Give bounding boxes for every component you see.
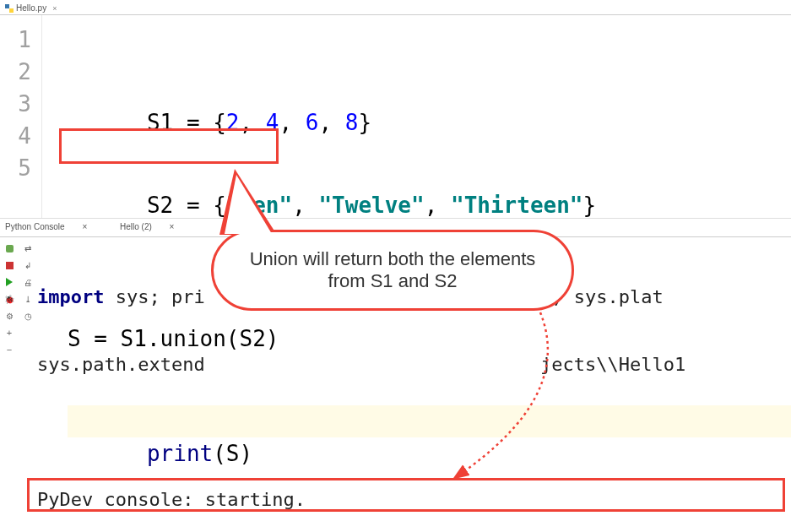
- console-line: sys.path.extend jects\\Hello1: [37, 352, 791, 377]
- scroll-icon[interactable]: ⤓: [22, 293, 34, 305]
- wrap-icon[interactable]: ↲: [22, 259, 34, 271]
- code-editor[interactable]: 1 2 3 4 5 S1 = {2, 4, 6, 8} S2 = {"Ten",…: [0, 15, 791, 218]
- console-toolbar-left: 🐞 ⚙ + −: [0, 237, 19, 516]
- debug-icon[interactable]: 🐞: [3, 293, 15, 305]
- line-number: 4: [0, 120, 31, 152]
- python-file-icon: [5, 4, 14, 13]
- remove-icon[interactable]: −: [3, 344, 15, 356]
- svg-rect-0: [5, 4, 9, 8]
- code-area[interactable]: S1 = {2, 4, 6, 8} S2 = {"Ten", "Twelve",…: [42, 15, 791, 218]
- editor-file-tab[interactable]: Hello.py ×: [0, 0, 791, 15]
- line-number: 3: [0, 88, 31, 120]
- console-line: PyDev console: starting.: [37, 487, 791, 513]
- callout-tail-fill: [225, 175, 272, 234]
- line-number: 2: [0, 56, 31, 88]
- close-icon[interactable]: ×: [52, 4, 57, 13]
- svg-rect-1: [9, 8, 14, 13]
- attach-icon[interactable]: ⇄: [22, 242, 34, 254]
- close-icon[interactable]: ×: [170, 222, 175, 231]
- code-line: S1 = {2, 4, 6, 8}: [68, 74, 791, 106]
- editor-gutter: 1 2 3 4 5: [0, 15, 42, 218]
- editor-file-tab-label: Hello.py: [16, 3, 46, 13]
- callout-text: Union will return both the elements from…: [239, 248, 546, 292]
- print-icon[interactable]: 🖨: [22, 276, 34, 288]
- run-icon[interactable]: [3, 276, 15, 288]
- code-line: S = S1.union(S2): [68, 323, 791, 355]
- code-line: S2 = {"Ten", "Twelve", "Thirteen"}: [68, 157, 791, 189]
- tab-run[interactable]: Hello (2) ×: [120, 222, 189, 231]
- line-number: 5: [0, 152, 31, 184]
- annotation-callout: Union will return both the elements from…: [211, 230, 574, 311]
- settings-icon[interactable]: ⚙: [3, 310, 15, 322]
- rerun-icon[interactable]: [3, 242, 15, 254]
- console-toolbar-right: ⇄ ↲ 🖨 ⤓ ◷: [19, 237, 37, 516]
- stop-icon[interactable]: [3, 259, 15, 271]
- clock-icon[interactable]: ◷: [22, 310, 34, 322]
- line-number: 1: [0, 24, 31, 56]
- code-line-active: print(S): [68, 405, 791, 437]
- add-icon[interactable]: +: [3, 327, 15, 339]
